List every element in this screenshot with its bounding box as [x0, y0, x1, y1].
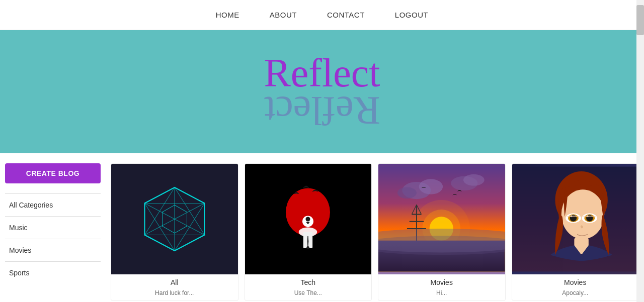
card-movies-2-label: Movies: [512, 274, 639, 288]
card-tech[interactable]: Tech Use The...: [245, 163, 372, 301]
card-all[interactable]: All Hard luck for...: [111, 163, 238, 301]
card-tech-subtitle: Use The...: [245, 288, 372, 300]
card-movies-2-image: [512, 164, 639, 274]
card-movies-2-subtitle: Apocaly...: [512, 288, 639, 300]
nav-logout[interactable]: LOGOUT: [395, 11, 428, 19]
nav-home[interactable]: HOME: [216, 11, 239, 19]
svg-point-16: [306, 217, 310, 221]
create-blog-button[interactable]: CREATE BLOG: [5, 163, 101, 183]
card-tech-label: Tech: [245, 274, 372, 288]
card-all-subtitle: Hard luck for...: [111, 288, 238, 300]
nav-about[interactable]: ABOUT: [270, 11, 297, 19]
svg-point-34: [378, 236, 505, 255]
main-content: CREATE BLOG All Categories Music Movies …: [0, 153, 644, 301]
nav-contact[interactable]: CONTACT: [327, 11, 365, 19]
hero-title-reflected: Reflect: [264, 90, 380, 131]
card-tech-image: [245, 164, 372, 274]
svg-point-37: [561, 189, 604, 239]
card-movies-1-image: [378, 164, 505, 274]
hero-title: Reflect: [264, 53, 380, 93]
svg-point-22: [463, 174, 485, 186]
card-movies-1-label: Movies: [378, 274, 505, 288]
sidebar-item-sports[interactable]: Sports: [5, 261, 101, 284]
svg-point-20: [397, 187, 417, 198]
sidebar-nav: All Categories Music Movies Sports: [5, 193, 101, 284]
sidebar-item-movies[interactable]: Movies: [5, 239, 101, 261]
cards-area: All Hard luck for...: [106, 163, 644, 301]
scrollbar-track[interactable]: [636, 0, 644, 301]
svg-line-6: [144, 204, 175, 251]
sidebar: CREATE BLOG All Categories Music Movies …: [0, 163, 106, 301]
card-all-label: All: [111, 274, 238, 288]
sidebar-item-music[interactable]: Music: [5, 216, 101, 239]
card-all-image: [111, 164, 238, 274]
hero-section: Reflect Reflect: [0, 30, 644, 153]
scrollbar-thumb[interactable]: [636, 5, 644, 35]
svg-point-14: [307, 246, 310, 249]
card-movies-2[interactable]: Movies Apocaly...: [512, 163, 639, 301]
sidebar-item-all-categories[interactable]: All Categories: [5, 193, 101, 216]
card-movies-1-subtitle: Hi...: [378, 288, 505, 300]
card-movies-1[interactable]: Movies Hi...: [378, 163, 506, 301]
main-nav: HOME ABOUT CONTACT LOGOUT: [0, 0, 644, 30]
svg-point-19: [419, 179, 443, 194]
